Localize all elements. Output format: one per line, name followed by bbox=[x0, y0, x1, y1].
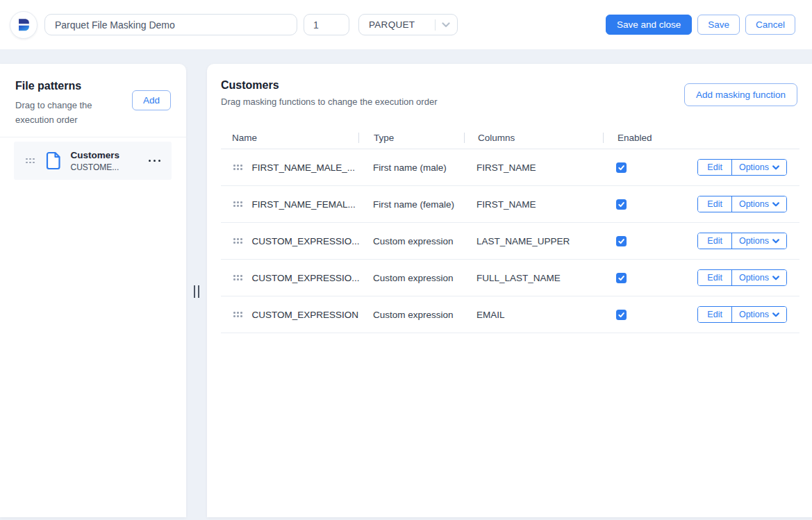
function-columns: EMAIL bbox=[477, 310, 505, 320]
chevron-down-icon bbox=[772, 276, 779, 280]
save-and-close-button[interactable]: Save and close bbox=[606, 15, 692, 35]
options-button[interactable]: Options bbox=[731, 233, 786, 249]
file-pattern-item[interactable]: Customers CUSTOME... bbox=[14, 142, 172, 180]
row-actions: Edit Options bbox=[697, 196, 787, 212]
options-label: Options bbox=[739, 199, 769, 209]
row-actions: Edit Options bbox=[697, 233, 787, 249]
check-icon bbox=[618, 201, 625, 208]
options-label: Options bbox=[739, 273, 769, 283]
enabled-checkbox[interactable] bbox=[616, 236, 627, 246]
function-name: CUSTOM_EXPRESSIO... bbox=[252, 236, 360, 246]
options-label: Options bbox=[739, 310, 769, 319]
check-icon bbox=[618, 164, 625, 171]
options-label: Options bbox=[739, 162, 769, 172]
chevron-down-icon bbox=[772, 202, 779, 207]
topbar: PARQUET Save and close Save Cancel bbox=[0, 0, 812, 49]
enabled-checkbox[interactable] bbox=[616, 273, 627, 283]
options-label: Options bbox=[739, 236, 769, 246]
app-logo[interactable] bbox=[10, 11, 38, 39]
header-name: Name bbox=[221, 133, 257, 143]
save-button[interactable]: Save bbox=[697, 15, 740, 35]
chevron-down-icon bbox=[772, 165, 779, 170]
masking-function-row: FIRST_NAME_MALE_... First name (male) FI… bbox=[221, 149, 799, 186]
chevron-down-icon bbox=[442, 22, 450, 28]
sidebar-resize-handle[interactable] bbox=[194, 285, 199, 298]
order-number-input[interactable] bbox=[304, 14, 349, 35]
pattern-name-input[interactable] bbox=[44, 14, 297, 35]
row-actions: Edit Options bbox=[697, 159, 787, 176]
edit-button[interactable]: Edit bbox=[698, 196, 731, 212]
function-columns: FIRST_NAME bbox=[477, 162, 536, 173]
sidebar-header: File patterns Drag to change the executi… bbox=[0, 64, 186, 137]
edit-button[interactable]: Edit bbox=[698, 307, 731, 322]
edit-button[interactable]: Edit bbox=[698, 270, 731, 285]
file-pattern-text: Customers CUSTOME... bbox=[71, 150, 120, 172]
masking-function-row: FIRST_NAME_FEMAL... First name (female) … bbox=[221, 186, 799, 223]
options-button[interactable]: Options bbox=[731, 160, 786, 175]
function-columns: LAST_NAME_UPPER bbox=[477, 236, 570, 246]
options-button[interactable]: Options bbox=[731, 270, 786, 285]
function-columns: FIRST_NAME bbox=[477, 199, 536, 210]
sidebar-subtitle: Drag to change the execution order bbox=[15, 98, 119, 127]
drag-handle-icon[interactable] bbox=[233, 201, 242, 207]
header-enabled: Enabled bbox=[604, 133, 652, 143]
add-file-pattern-button[interactable]: Add bbox=[132, 90, 171, 110]
table-body: FIRST_NAME_MALE_... First name (male) FI… bbox=[221, 149, 799, 333]
masking-functions-panel: Customers Drag masking functions to chan… bbox=[207, 64, 812, 517]
edit-button[interactable]: Edit bbox=[698, 233, 731, 249]
file-pattern-subtitle: CUSTOME... bbox=[71, 162, 120, 172]
header-columns: Columns bbox=[465, 133, 515, 143]
drag-handle-icon[interactable] bbox=[233, 275, 242, 280]
function-type: Custom expression bbox=[373, 236, 454, 246]
check-icon bbox=[618, 237, 625, 245]
select-divider bbox=[435, 19, 436, 31]
function-name: FIRST_NAME_FEMAL... bbox=[252, 199, 356, 210]
content-area: File patterns Drag to change the executi… bbox=[0, 64, 812, 517]
drag-handle-icon[interactable] bbox=[233, 165, 242, 170]
function-type: First name (female) bbox=[373, 199, 454, 210]
enabled-checkbox[interactable] bbox=[616, 162, 627, 173]
options-button[interactable]: Options bbox=[731, 196, 786, 212]
function-columns: FULL_LAST_NAME bbox=[477, 273, 561, 283]
enabled-checkbox[interactable] bbox=[616, 310, 627, 320]
row-actions: Edit Options bbox=[697, 269, 787, 286]
brand-icon bbox=[15, 16, 33, 34]
function-type: Custom expression bbox=[373, 273, 454, 283]
edit-button[interactable]: Edit bbox=[698, 160, 731, 175]
format-select[interactable]: PARQUET bbox=[358, 14, 458, 35]
enabled-checkbox[interactable] bbox=[616, 199, 627, 210]
header-type: Type bbox=[359, 133, 394, 143]
drag-handle-icon[interactable] bbox=[233, 312, 242, 317]
file-pattern-title: Customers bbox=[71, 150, 120, 160]
cancel-button[interactable]: Cancel bbox=[745, 15, 795, 35]
function-type: First name (male) bbox=[373, 162, 447, 173]
masking-function-row: CUSTOM_EXPRESSION Custom expression EMAI… bbox=[221, 296, 799, 333]
file-pattern-list: Customers CUSTOME... bbox=[0, 137, 186, 180]
check-icon bbox=[618, 311, 625, 319]
file-icon bbox=[46, 151, 62, 170]
add-masking-function-button[interactable]: Add masking function bbox=[684, 83, 797, 106]
drag-handle-icon[interactable] bbox=[233, 238, 242, 244]
function-name: CUSTOM_EXPRESSION bbox=[252, 310, 359, 320]
masking-function-row: CUSTOM_EXPRESSIO... Custom expression FU… bbox=[221, 260, 799, 296]
drag-handle-icon[interactable] bbox=[26, 158, 35, 164]
function-type: Custom expression bbox=[373, 310, 454, 320]
masking-functions-table: Name Type Columns Enabled FIRST_NAME_MAL… bbox=[221, 126, 799, 333]
panel-gap bbox=[186, 64, 207, 517]
function-name: CUSTOM_EXPRESSIO... bbox=[252, 273, 360, 283]
masking-function-row: CUSTOM_EXPRESSIO... Custom expression LA… bbox=[221, 223, 799, 260]
check-icon bbox=[618, 274, 625, 282]
options-button[interactable]: Options bbox=[731, 307, 786, 322]
format-select-value: PARQUET bbox=[369, 19, 415, 30]
row-actions: Edit Options bbox=[697, 306, 787, 323]
file-patterns-sidebar: File patterns Drag to change the executi… bbox=[0, 64, 186, 517]
table-header: Name Type Columns Enabled bbox=[221, 126, 799, 149]
chevron-down-icon bbox=[772, 239, 779, 244]
function-name: FIRST_NAME_MALE_... bbox=[252, 162, 356, 173]
item-menu-button[interactable] bbox=[147, 156, 163, 167]
chevron-down-icon bbox=[772, 312, 779, 317]
